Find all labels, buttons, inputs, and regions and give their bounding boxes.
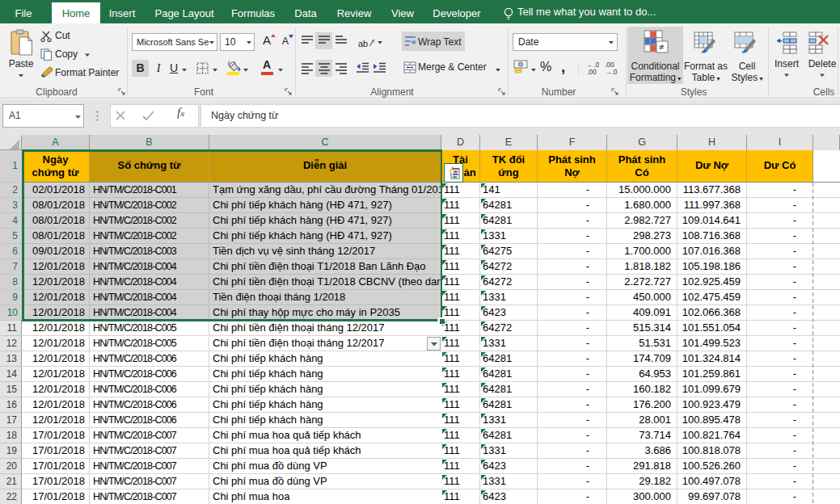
- svg-text:ab: ab: [358, 39, 368, 48]
- svg-text:.00: .00: [587, 68, 597, 75]
- svg-text:≠: ≠: [659, 42, 664, 52]
- svg-text:→.0: →.0: [605, 68, 618, 75]
